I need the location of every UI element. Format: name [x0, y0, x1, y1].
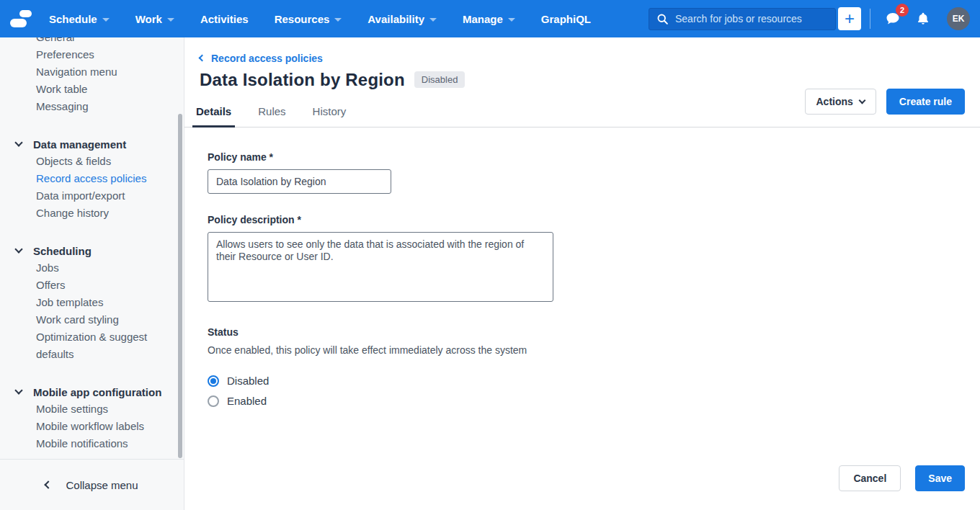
- nav-item-label: Resources: [275, 13, 330, 25]
- chevron-down-icon: [102, 18, 110, 22]
- settings-sidebar: GeneralPreferencesNavigation menuWork ta…: [0, 37, 184, 510]
- sidebar-item-data-import-export[interactable]: Data import/export: [0, 187, 184, 205]
- sidebar-section-label: Data management: [33, 138, 126, 151]
- sidebar-scrollbar[interactable]: [178, 114, 182, 458]
- chevron-down-icon: [167, 18, 174, 22]
- radio-label: Disabled: [227, 375, 269, 387]
- status-badge: Disabled: [414, 71, 466, 88]
- nav-item-resources[interactable]: Resources: [275, 13, 342, 25]
- tab-rules[interactable]: Rules: [254, 105, 289, 127]
- sidebar-item-job-templates[interactable]: Job templates: [0, 294, 184, 311]
- search-icon: [656, 13, 669, 25]
- chevron-down-icon: [14, 386, 22, 394]
- create-new-button[interactable]: +: [838, 7, 861, 30]
- sidebar-item-work-table[interactable]: Work table: [0, 81, 184, 98]
- chevron-down-icon: [508, 18, 515, 22]
- status-radio-disabled[interactable]: Disabled: [208, 371, 980, 391]
- alerts-button[interactable]: [912, 8, 934, 30]
- chevron-left-icon: [45, 480, 53, 488]
- chevron-down-icon: [858, 97, 865, 104]
- sidebar-item-work-card-styling[interactable]: Work card styling: [0, 311, 184, 328]
- sidebar-section-label: Mobile app configuration: [33, 386, 161, 398]
- policy-details-form: Policy name * Policy description * Allow…: [184, 128, 980, 411]
- sidebar-item-record-access-policies[interactable]: Record access policies: [0, 170, 184, 187]
- radio-selected-icon[interactable]: [208, 375, 219, 387]
- chevron-down-icon: [334, 18, 342, 22]
- sidebar-item-messaging[interactable]: Messaging: [0, 98, 184, 115]
- notification-count-badge: 2: [896, 4, 909, 17]
- top-navigation-bar: ScheduleWorkActivitiesResourcesAvailabil…: [0, 0, 980, 37]
- sidebar-item-mobile-notifications[interactable]: Mobile notifications: [0, 435, 184, 452]
- search-placeholder: Search for jobs or resources: [675, 13, 802, 24]
- chevron-down-icon: [429, 18, 437, 22]
- sidebar-item-change-history[interactable]: Change history: [0, 205, 184, 222]
- status-radio-enabled[interactable]: Enabled: [208, 391, 980, 411]
- sidebar-section-label: Scheduling: [33, 245, 92, 257]
- nav-right-cluster: Search for jobs or resources + 2 EK: [649, 7, 970, 30]
- policy-name-input[interactable]: [208, 169, 391, 194]
- nav-item-label: Availability: [368, 13, 424, 25]
- nav-item-activities[interactable]: Activities: [200, 13, 249, 25]
- chevron-down-icon: [14, 245, 22, 253]
- nav-divider: [870, 9, 870, 29]
- policy-description-label: Policy description *: [208, 214, 980, 225]
- sidebar-item-objects-fields[interactable]: Objects & fields: [0, 153, 184, 170]
- save-button[interactable]: Save: [915, 465, 965, 491]
- page-header: Record access policies Data Isolation by…: [184, 37, 980, 90]
- sidebar-item-mobile-settings[interactable]: Mobile settings: [0, 401, 184, 418]
- status-helper-text: Once enabled, this policy will take effe…: [208, 344, 980, 356]
- nav-item-label: Work: [135, 13, 162, 25]
- logo-pill-top: [19, 10, 32, 17]
- chevron-down-icon: [14, 138, 22, 146]
- form-footer: Cancel Save: [839, 465, 965, 491]
- nav-item-manage[interactable]: Manage: [463, 13, 515, 25]
- nav-item-availability[interactable]: Availability: [368, 13, 437, 25]
- sidebar-item-general[interactable]: General: [0, 37, 184, 46]
- main-content: Record access policies Data Isolation by…: [184, 37, 980, 510]
- page-title: Data Isolation by Region: [200, 70, 405, 90]
- sidebar-section-mobile-app-configuration[interactable]: Mobile app configuration: [0, 383, 184, 401]
- create-rule-button[interactable]: Create rule: [886, 89, 965, 115]
- collapse-menu-button[interactable]: Collapse menu: [0, 459, 184, 510]
- tab-history[interactable]: History: [309, 105, 350, 127]
- nav-item-graphiql[interactable]: GraphiQL: [541, 13, 591, 25]
- nav-item-label: Schedule: [49, 13, 97, 25]
- nav-item-schedule[interactable]: Schedule: [49, 13, 110, 25]
- nav-item-label: Manage: [463, 13, 503, 25]
- sidebar-section-scheduling[interactable]: Scheduling: [0, 242, 184, 259]
- cancel-button[interactable]: Cancel: [839, 465, 901, 491]
- radio-unselected-icon[interactable]: [208, 395, 219, 407]
- user-avatar[interactable]: EK: [947, 7, 970, 30]
- main-menu: ScheduleWorkActivitiesResourcesAvailabil…: [49, 13, 591, 25]
- collapse-menu-label: Collapse menu: [66, 479, 138, 491]
- tab-details[interactable]: Details: [192, 105, 235, 128]
- sidebar-item-jobs[interactable]: Jobs: [0, 259, 184, 277]
- actions-dropdown-button[interactable]: Actions: [805, 89, 876, 115]
- policy-name-label: Policy name *: [208, 151, 980, 163]
- breadcrumb[interactable]: Record access policies: [200, 53, 323, 64]
- sidebar-item-optimization-suggest-defaults[interactable]: Optimization & suggest defaults: [0, 328, 151, 363]
- sidebar-item-mobile-workflow-labels[interactable]: Mobile workflow labels: [0, 418, 184, 435]
- chevron-left-icon: [199, 55, 206, 62]
- status-section-label: Status: [208, 326, 980, 338]
- nav-item-label: GraphiQL: [541, 13, 591, 25]
- status-radio-group: DisabledEnabled: [208, 371, 980, 411]
- skedulo-logo-icon[interactable]: [9, 6, 33, 31]
- policy-description-textarea[interactable]: Allows users to see only the data that i…: [208, 232, 553, 302]
- messages-button[interactable]: 2: [882, 8, 904, 30]
- sidebar-item-preferences[interactable]: Preferences: [0, 46, 184, 63]
- global-search-input[interactable]: Search for jobs or resources: [649, 8, 836, 30]
- radio-label: Enabled: [227, 395, 267, 407]
- logo-pill-bottom: [10, 19, 27, 27]
- breadcrumb-label: Record access policies: [211, 53, 323, 64]
- sidebar-scroll-area[interactable]: GeneralPreferencesNavigation menuWork ta…: [0, 37, 184, 459]
- sidebar-item-navigation-menu[interactable]: Navigation menu: [0, 63, 184, 81]
- sidebar-item-offers[interactable]: Offers: [0, 277, 184, 294]
- nav-item-label: Activities: [200, 13, 249, 25]
- sidebar-section-data-management[interactable]: Data management: [0, 135, 184, 153]
- nav-item-work[interactable]: Work: [135, 13, 174, 25]
- actions-label: Actions: [816, 96, 853, 107]
- bell-icon: [915, 11, 931, 27]
